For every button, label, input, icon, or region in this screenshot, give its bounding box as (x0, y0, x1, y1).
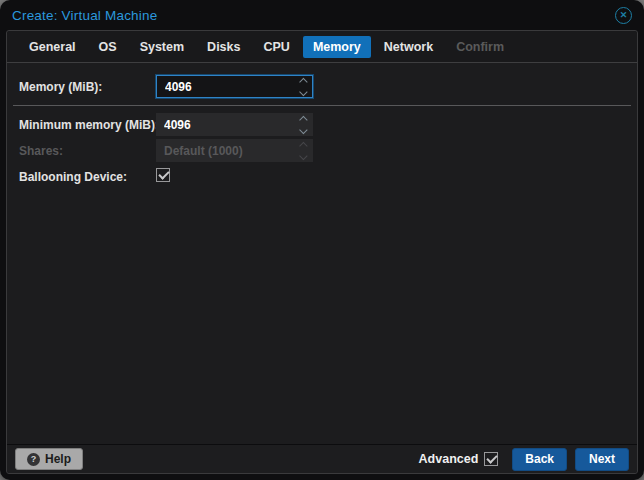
shares-label: Shares: (19, 144, 63, 158)
tab-general[interactable]: General (19, 36, 86, 58)
back-button[interactable]: Back (512, 448, 567, 471)
memory-row: Memory (MiB): (7, 75, 637, 99)
dialog-title: Create: Virtual Machine (12, 8, 157, 23)
spinner-up-icon[interactable] (299, 77, 307, 85)
spinner-down-icon[interactable] (299, 87, 307, 95)
shares-spinner (296, 139, 308, 162)
tab-system[interactable]: System (130, 36, 194, 58)
help-button-label: Help (45, 452, 71, 466)
memory-field (156, 75, 313, 98)
min-memory-label: Minimum memory (MiB): (19, 118, 159, 132)
tab-memory[interactable]: Memory (303, 36, 371, 58)
memory-label: Memory (MiB): (19, 80, 102, 94)
tab-disks[interactable]: Disks (197, 36, 250, 58)
memory-spinner[interactable] (296, 75, 308, 98)
advanced-checkbox[interactable] (484, 452, 498, 466)
advanced-label: Advanced (419, 452, 479, 466)
next-button[interactable]: Next (575, 448, 629, 471)
shares-field (156, 139, 313, 162)
help-icon: ? (27, 453, 40, 466)
spinner-up-icon (299, 141, 307, 149)
dialog-footer: ? Help Advanced Back Next (7, 444, 637, 473)
min-memory-field (156, 113, 313, 136)
tab-network[interactable]: Network (374, 36, 443, 58)
dialog-panel: General OS System Disks CPU Memory Netwo… (6, 30, 638, 474)
min-memory-row: Minimum memory (MiB): (7, 113, 637, 137)
min-memory-spinner[interactable] (296, 113, 308, 136)
tab-bar: General OS System Disks CPU Memory Netwo… (7, 31, 637, 63)
ballooning-checkbox[interactable] (156, 168, 170, 182)
create-vm-dialog: Create: Virtual Machine ✕ General OS Sys… (0, 0, 644, 480)
tab-confirm: Confirm (446, 36, 514, 58)
close-icon[interactable]: ✕ (615, 7, 632, 24)
spinner-down-icon (299, 151, 307, 159)
shares-row: Shares: (7, 139, 637, 163)
spinner-up-icon[interactable] (299, 115, 307, 123)
shares-input (156, 139, 313, 162)
advanced-toggle: Advanced (419, 452, 499, 466)
dialog-titlebar: Create: Virtual Machine ✕ (0, 0, 644, 30)
memory-input[interactable] (156, 75, 313, 98)
ballooning-label: Ballooning Device: (19, 170, 127, 184)
help-button[interactable]: ? Help (15, 448, 83, 470)
tab-cpu[interactable]: CPU (253, 36, 299, 58)
spinner-down-icon[interactable] (299, 125, 307, 133)
tab-os[interactable]: OS (89, 36, 127, 58)
min-memory-input[interactable] (156, 113, 313, 136)
ballooning-row: Ballooning Device: (7, 165, 637, 189)
section-divider (13, 105, 631, 106)
